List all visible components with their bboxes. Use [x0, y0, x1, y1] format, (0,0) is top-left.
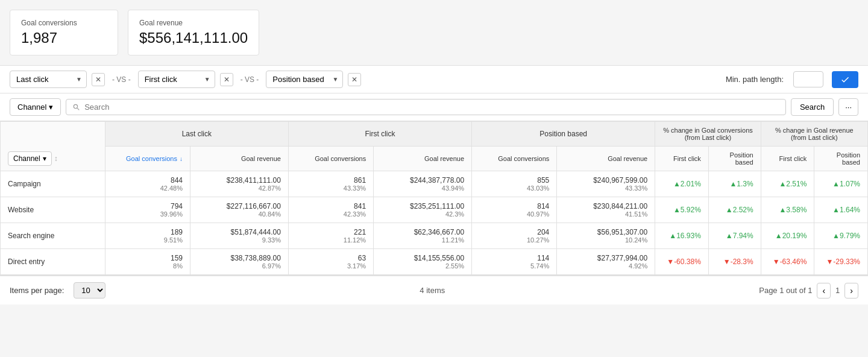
- vs-label-2: - VS -: [238, 75, 262, 84]
- channel-name: Campaign: [1, 171, 105, 197]
- pb-conversions: 204 10.27%: [472, 223, 557, 249]
- lc-revenue: $238,411,111.00 42.87%: [190, 171, 289, 197]
- fc-conversions: 221 11.12%: [288, 223, 373, 249]
- goal-revenue-label: Goal revenue: [139, 19, 248, 27]
- lc-revenue: $227,116,667.00 40.84%: [190, 197, 289, 223]
- min-path-input[interactable]: [793, 71, 823, 87]
- fc-conversions: 63 3.17%: [288, 249, 373, 275]
- model1-clear-button[interactable]: ✕: [92, 73, 105, 86]
- pb-conversions: 114 5.74%: [472, 249, 557, 275]
- next-page-button[interactable]: ›: [844, 283, 858, 299]
- prev-page-button[interactable]: ‹: [817, 283, 831, 299]
- model2-clear-button[interactable]: ✕: [220, 73, 233, 86]
- model3-select[interactable]: Position based Last click First click Li…: [266, 71, 343, 88]
- search-input-wrapper: [66, 99, 786, 115]
- pct-rev-fc-header: First click: [761, 147, 814, 171]
- model2-select[interactable]: First click Last click Position based Li…: [138, 71, 215, 88]
- fc-conversions-header: Goal conversions: [288, 147, 373, 171]
- goal-conversions-label: Goal conversions: [21, 19, 107, 27]
- pct-rev-fc: ▲20.19%: [761, 223, 814, 249]
- channel-sort-wrapper: Channel ▾ ↕: [8, 151, 98, 166]
- last-click-group-header: Last click: [105, 122, 288, 147]
- search-icon: [72, 103, 81, 112]
- model1-select-wrapper: Last click First click Position based Li…: [10, 71, 87, 88]
- pct-conv-pb: ▲2.52%: [708, 197, 761, 223]
- pct-conversions-group-header: % change in Goal conversions (from Last …: [655, 122, 761, 147]
- fc-conversions: 841 42.33%: [288, 197, 373, 223]
- channel-button[interactable]: Channel ▾: [10, 98, 61, 116]
- apply-button[interactable]: [832, 71, 858, 88]
- pb-revenue: $56,951,307.00 10.24%: [557, 223, 655, 249]
- more-options-button[interactable]: ···: [838, 98, 858, 116]
- channel-chevron-icon: ▾: [49, 103, 53, 112]
- table-row: Campaign 844 42.48% $238,411,111.00 42.8…: [1, 171, 868, 197]
- table-row: Direct entry 159 8% $38,738,889.00 6.97%…: [1, 249, 868, 275]
- items-per-page-select[interactable]: 10 25 50: [74, 282, 105, 299]
- pb-revenue: $230,844,211.00 41.51%: [557, 197, 655, 223]
- fc-revenue: $244,387,778.00 43.94%: [374, 171, 472, 197]
- sort-direction-icon: ↕: [54, 154, 58, 163]
- table-row: Search engine 189 9.51% $51,874,444.00 9…: [1, 223, 868, 249]
- fc-revenue: $14,155,556.00 2.55%: [374, 249, 472, 275]
- fc-revenue: $62,346,667.00 11.21%: [374, 223, 472, 249]
- channel-sort-icon: ▾: [43, 154, 46, 163]
- pb-conversions-header: Goal conversions: [472, 147, 557, 171]
- lc-conversions: 844 42.48%: [105, 171, 190, 197]
- pct-rev-pb: ▲1.64%: [814, 197, 868, 223]
- pb-conversions: 855 43.03%: [472, 171, 557, 197]
- search-input[interactable]: [84, 103, 779, 112]
- lc-revenue: $38,738,889.00 6.97%: [190, 249, 289, 275]
- total-items: 4 items: [110, 286, 754, 295]
- vs-label-1: - VS -: [110, 75, 133, 84]
- data-table-wrapper: Channel ▾ ↕ Last click First click Posit…: [0, 121, 868, 276]
- pct-conv-fc: ▲2.01%: [655, 171, 709, 197]
- page-info: Page 1 out of 1 ‹ 1 ›: [759, 283, 858, 299]
- pct-rev-fc: ▲3.58%: [761, 197, 814, 223]
- pb-revenue: $27,377,994.00 4.92%: [557, 249, 655, 275]
- pct-rev-pb: ▼-29.33%: [814, 249, 868, 275]
- sort-down-icon: ↓: [180, 156, 183, 162]
- pct-conv-pb: ▼-28.3%: [708, 249, 761, 275]
- goal-revenue-value: $556,141,111.00: [139, 30, 248, 46]
- first-click-group-header: First click: [288, 122, 471, 147]
- search-button[interactable]: Search: [791, 98, 834, 116]
- pct-rev-fc: ▼-63.46%: [761, 249, 814, 275]
- pb-revenue: $240,967,599.00 43.33%: [557, 171, 655, 197]
- pct-conv-fc: ▲5.92%: [655, 197, 709, 223]
- items-per-page-label: Items per page:: [10, 286, 64, 295]
- model3-select-wrapper: Position based Last click First click Li…: [266, 71, 343, 88]
- pct-revenue-group-header: % change in Goal revenue (from Last clic…: [761, 122, 867, 147]
- lc-conversions: 159 8%: [105, 249, 190, 275]
- lc-revenue: $51,874,444.00 9.33%: [190, 223, 289, 249]
- table-row: Website 794 39.96% $227,116,667.00 40.84…: [1, 197, 868, 223]
- lc-conversions-header: Goal conversions ↓: [105, 147, 190, 171]
- lc-conversions: 189 9.51%: [105, 223, 190, 249]
- pct-conv-fc: ▼-60.38%: [655, 249, 709, 275]
- min-path-label: Min. path length:: [726, 75, 784, 84]
- channel-label: Channel: [17, 103, 46, 112]
- pct-rev-pb: ▲1.07%: [814, 171, 868, 197]
- controls-bar: Last click First click Position based Li…: [0, 65, 868, 93]
- model1-select[interactable]: Last click First click Position based Li…: [10, 71, 87, 88]
- lc-revenue-header: Goal revenue: [190, 147, 289, 171]
- current-page: 1: [835, 286, 840, 295]
- pct-rev-fc: ▲2.51%: [761, 171, 814, 197]
- channel-sort-button[interactable]: Channel ▾: [8, 151, 52, 166]
- pct-conv-fc: ▲16.93%: [655, 223, 709, 249]
- lc-conversions-sort[interactable]: Goal conversions ↓: [113, 155, 183, 162]
- pagination-bar: Items per page: 10 25 50 4 items Page 1 …: [0, 276, 868, 305]
- pb-revenue-header: Goal revenue: [557, 147, 655, 171]
- channel-name: Search engine: [1, 223, 105, 249]
- pct-rev-pb-header: Position based: [814, 147, 868, 171]
- fc-conversions: 861 43.33%: [288, 171, 373, 197]
- position-based-group-header: Position based: [472, 122, 655, 147]
- fc-revenue: $235,251,111.00 42.3%: [374, 197, 472, 223]
- pb-conversions: 814 40.97%: [472, 197, 557, 223]
- fc-revenue-header: Goal revenue: [374, 147, 472, 171]
- channel-name: Direct entry: [1, 249, 105, 275]
- channel-name: Website: [1, 197, 105, 223]
- channel-header: Channel ▾ ↕: [1, 122, 105, 171]
- channel-sort-label: Channel: [13, 154, 40, 163]
- model3-clear-button[interactable]: ✕: [348, 73, 361, 86]
- attribution-table: Channel ▾ ↕ Last click First click Posit…: [0, 121, 868, 275]
